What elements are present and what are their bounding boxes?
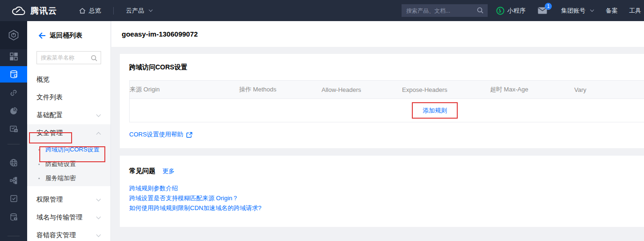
bullet-icon	[38, 178, 40, 179]
cors-help-link[interactable]: CORS设置使用帮助	[129, 130, 644, 139]
faq-card: 常见问题 更多 跨域规则参数介绍 跨域设置是否支持模糊匹配来源 Origin？ …	[120, 156, 644, 227]
col-max-age: 超时 Max-Age	[490, 85, 574, 94]
miniprogram-label: 小程序	[507, 7, 526, 15]
table-header-row: 来源 Origin 操作 Methods Allow-Headers Expos…	[130, 81, 644, 99]
tools-label: 工具	[629, 7, 641, 15]
mail-badge: 1	[545, 3, 552, 10]
bucket-sidebar: 返回桶列表 概览 文件列表 基础配置 安全管理 跨域访问CORS设置	[27, 21, 111, 241]
chevron-up-icon	[96, 132, 101, 137]
brand[interactable]: 腾讯云	[10, 5, 57, 16]
home-icon	[79, 7, 86, 15]
tencent-cloud-logo-icon	[10, 5, 26, 16]
cors-help-label: CORS设置使用帮助	[129, 130, 183, 139]
main-content: goeasy-im-1306099072 跨域访问CORS设置 来源 Origi…	[111, 21, 644, 241]
bucket-storage-icon-active[interactable]	[0, 66, 27, 83]
sidebar-item-hotlink[interactable]: 防盗链设置	[27, 157, 110, 171]
col-vary: Vary	[574, 86, 644, 93]
table-empty-row: 添加规则	[130, 99, 644, 122]
sidebar-item-cors[interactable]: 跨域访问CORS设置	[27, 142, 110, 157]
sidebar-item-basic-config[interactable]: 基础配置	[27, 106, 110, 124]
filing-label: 备案	[606, 7, 618, 15]
faq-link-fuzzy-origin[interactable]: 跨域设置是否支持模糊匹配来源 Origin？	[129, 193, 238, 203]
rail-divider	[7, 236, 20, 236]
security-group: 安全管理 跨域访问CORS设置 防盗链设置 服务端加密	[27, 124, 110, 186]
cors-card-title: 跨域访问CORS设置	[129, 63, 644, 72]
sidebar-item-security[interactable]: 安全管理	[27, 124, 110, 142]
back-label: 返回桶列表	[50, 31, 82, 40]
back-to-bucket-list[interactable]: 返回桶列表	[27, 21, 110, 40]
annotation-box-add-rule: 添加规则	[412, 102, 458, 119]
data-flow-icon[interactable]	[0, 172, 27, 189]
dashboard-grid-icon[interactable]	[0, 48, 27, 65]
cors-settings-card: 跨域访问CORS设置 来源 Origin 操作 Methods Allow-He…	[120, 54, 644, 148]
miniprogram-icon	[496, 7, 505, 15]
sidebar-menu: 概览 文件列表 基础配置 安全管理 跨域访问CORS设置 防盗链设置	[27, 71, 110, 241]
nav-overview[interactable]: 总览	[79, 7, 101, 15]
topbar: 腾讯云 总览 云产品 小程序	[0, 0, 644, 21]
miniprogram-entry[interactable]: 小程序	[496, 7, 526, 15]
brand-name: 腾讯云	[30, 5, 57, 16]
nav-products-label: 云产品	[126, 7, 144, 15]
topbar-divider	[113, 7, 114, 15]
page-title: goeasy-im-1306099072	[122, 30, 198, 38]
add-rule-button[interactable]: 添加规则	[423, 107, 447, 114]
sidebar-item-sse[interactable]: 服务端加密	[27, 171, 110, 185]
col-expose-headers: Expose-Headers	[402, 86, 490, 93]
pie-chart-icon[interactable]	[0, 103, 27, 120]
chevron-down-icon	[96, 215, 101, 219]
database-settings-icon[interactable]	[0, 209, 27, 226]
messages-button[interactable]: 1	[538, 7, 547, 14]
chevron-down-icon	[96, 113, 101, 117]
faq-links: 跨域规则参数介绍 跨域设置是否支持模糊匹配来源 Origin？ 如何使用跨域规则…	[129, 183, 644, 213]
product-icon-rail	[0, 21, 27, 241]
faq-more-link[interactable]: 更多	[162, 167, 175, 175]
task-check-icon[interactable]	[0, 190, 27, 207]
col-methods: 操作 Methods	[239, 85, 322, 94]
sidebar-item-permissions[interactable]: 权限管理	[27, 191, 110, 209]
sidebar-item-overview[interactable]: 概览	[27, 71, 110, 89]
rail-divider	[7, 144, 20, 144]
image-review-icon[interactable]	[0, 120, 27, 137]
menu-search[interactable]	[37, 51, 101, 64]
search-icon[interactable]	[476, 7, 484, 14]
faq-link-cdn-restrict[interactable]: 如何使用跨域规则限制CDN加速域名的跨域请求?	[129, 203, 261, 213]
tools-menu[interactable]: 工具	[629, 7, 641, 15]
sidebar-item-file-list[interactable]: 文件列表	[27, 89, 110, 106]
sidebar-item-domain-transfer[interactable]: 域名与传输管理	[27, 209, 110, 226]
col-allow-headers: Allow-Headers	[322, 86, 402, 93]
group-account-label: 集团账号	[561, 7, 585, 15]
external-link-icon	[186, 132, 192, 138]
chevron-down-icon	[590, 8, 594, 12]
filing-link[interactable]: 备案	[606, 7, 618, 15]
chevron-down-icon	[96, 233, 101, 237]
back-arrow-icon	[38, 32, 46, 39]
page-header: goeasy-im-1306099072	[111, 21, 644, 47]
search-icon[interactable]	[90, 54, 98, 62]
chevron-down-icon	[96, 197, 101, 202]
faq-title: 常见问题	[129, 167, 155, 175]
group-account-menu[interactable]: 集团账号	[561, 7, 593, 15]
topbar-search[interactable]	[402, 4, 488, 17]
faq-link-params[interactable]: 跨域规则参数介绍	[129, 183, 178, 193]
bullet-icon	[38, 149, 40, 151]
nav-overview-label: 总览	[89, 7, 101, 15]
bullet-icon	[38, 164, 40, 165]
col-origin: 来源 Origin	[130, 85, 239, 94]
link-icon[interactable]	[0, 84, 27, 101]
cors-rules-table: 来源 Origin 操作 Methods Allow-Headers Expos…	[129, 80, 644, 122]
sidebar-item-fault-tolerance[interactable]: 容错容灾管理	[27, 226, 110, 241]
topbar-search-input[interactable]	[402, 4, 488, 17]
product-cube-icon[interactable]	[0, 21, 27, 49]
globe-tools-icon[interactable]	[0, 154, 27, 171]
chevron-down-icon	[149, 8, 153, 12]
nav-products[interactable]: 云产品	[126, 7, 152, 15]
